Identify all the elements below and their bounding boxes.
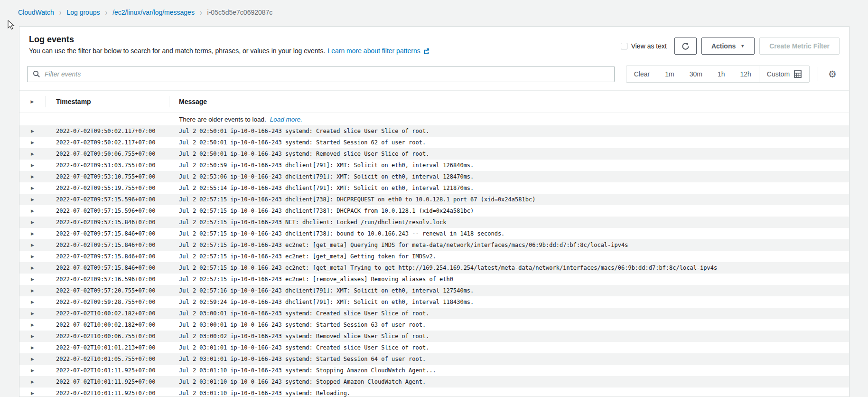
expand-row-icon[interactable]: ▶ bbox=[31, 311, 34, 316]
log-event-row[interactable]: ▶2022-07-02T09:53:10.755+07:00Jul 2 02:5… bbox=[19, 171, 849, 182]
log-event-row[interactable]: ▶2022-07-02T09:57:15.596+07:00Jul 2 02:5… bbox=[19, 205, 849, 217]
log-event-row[interactable]: ▶2022-07-02T09:59:28.755+07:00Jul 2 02:5… bbox=[19, 296, 849, 308]
time-range-1m[interactable]: 1m bbox=[657, 66, 681, 82]
event-message: Jul 2 02:53:06 ip-10-0-166-243 dhclient[… bbox=[169, 173, 849, 180]
search-icon bbox=[33, 70, 40, 78]
expand-column-icon[interactable]: ▶ bbox=[31, 99, 34, 104]
log-event-row[interactable]: ▶2022-07-02T09:50:02.117+07:00Jul 2 02:5… bbox=[19, 125, 849, 137]
expand-row-icon[interactable]: ▶ bbox=[31, 140, 34, 145]
log-event-row[interactable]: ▶2022-07-02T09:57:15.596+07:00Jul 2 02:5… bbox=[19, 194, 849, 205]
expand-row-icon[interactable]: ▶ bbox=[31, 220, 34, 225]
time-range-clear[interactable]: Clear bbox=[626, 66, 657, 82]
filter-row: Clear1m30m1h12h Custom ⚙ bbox=[27, 66, 841, 83]
expand-row-icon[interactable]: ▶ bbox=[31, 129, 34, 133]
expand-row-icon[interactable]: ▶ bbox=[31, 379, 34, 384]
event-timestamp: 2022-07-02T09:57:15.846+07:00 bbox=[46, 242, 169, 248]
actions-button[interactable]: Actions ▼ bbox=[701, 38, 755, 55]
vertical-divider bbox=[818, 67, 818, 81]
breadcrumb-item[interactable]: Log groups bbox=[66, 9, 100, 16]
log-event-row[interactable]: ▶2022-07-02T09:57:15.846+07:00Jul 2 02:5… bbox=[19, 228, 849, 239]
event-message: Jul 2 03:01:01 ip-10-0-166-243 systemd: … bbox=[169, 356, 849, 362]
event-message: Jul 2 02:57:15 ip-10-0-166-243 ec2net: [… bbox=[169, 242, 849, 248]
event-message: Jul 2 02:59:24 ip-10-0-166-243 dhclient[… bbox=[169, 299, 849, 305]
column-header-timestamp: Timestamp bbox=[46, 98, 169, 105]
time-range-1h[interactable]: 1h bbox=[710, 66, 733, 82]
expand-row-icon[interactable]: ▶ bbox=[31, 208, 34, 213]
view-as-text-label: View as text bbox=[631, 42, 667, 50]
breadcrumb-separator-icon: › bbox=[200, 8, 202, 17]
expand-row-icon[interactable]: ▶ bbox=[31, 357, 34, 361]
log-event-row[interactable]: ▶2022-07-02T09:57:15.846+07:00Jul 2 02:5… bbox=[19, 251, 849, 262]
breadcrumb-item[interactable]: /ec2/linux/var/log/messages bbox=[112, 9, 195, 16]
refresh-icon bbox=[681, 42, 690, 51]
learn-more-link[interactable]: Learn more about filter patterns bbox=[327, 47, 420, 55]
log-event-row[interactable]: ▶2022-07-02T10:01:11.925+07:00Jul 2 03:0… bbox=[19, 376, 849, 388]
load-more-row: There are older events to load. Load mor… bbox=[19, 113, 849, 125]
external-link-icon bbox=[423, 47, 430, 55]
breadcrumb-item[interactable]: CloudWatch bbox=[18, 9, 54, 16]
log-event-row[interactable]: ▶2022-07-02T10:00:02.182+07:00Jul 2 03:0… bbox=[19, 308, 849, 319]
log-event-row[interactable]: ▶2022-07-02T10:01:11.925+07:00Jul 2 03:0… bbox=[19, 365, 849, 376]
expand-row-icon[interactable]: ▶ bbox=[31, 163, 34, 168]
expand-row-icon[interactable]: ▶ bbox=[31, 174, 34, 179]
time-range-12h[interactable]: 12h bbox=[732, 66, 758, 82]
expand-row-icon[interactable]: ▶ bbox=[31, 288, 34, 293]
expand-row-icon[interactable]: ▶ bbox=[31, 197, 34, 202]
log-event-row[interactable]: ▶2022-07-02T09:57:20.755+07:00Jul 2 02:5… bbox=[19, 285, 849, 296]
log-event-row[interactable]: ▶2022-07-02T09:51:03.755+07:00Jul 2 02:5… bbox=[19, 160, 849, 171]
event-timestamp: 2022-07-02T09:57:16.596+07:00 bbox=[46, 276, 169, 283]
expand-row-icon[interactable]: ▶ bbox=[31, 334, 34, 339]
event-timestamp: 2022-07-02T09:57:15.846+07:00 bbox=[46, 230, 169, 237]
expand-row-icon[interactable]: ▶ bbox=[31, 277, 34, 282]
log-event-row[interactable]: ▶2022-07-02T09:57:15.846+07:00Jul 2 02:5… bbox=[19, 262, 849, 274]
log-event-row[interactable]: ▶2022-07-02T09:57:15.846+07:00Jul 2 02:5… bbox=[19, 239, 849, 251]
older-events-text: There are older events to load. bbox=[179, 116, 266, 123]
load-more-link[interactable]: Load more. bbox=[270, 116, 302, 123]
expand-row-icon[interactable]: ▶ bbox=[31, 300, 34, 304]
event-message: Jul 2 02:57:15 ip-10-0-166-243 dhclient[… bbox=[169, 208, 849, 214]
create-metric-filter-button[interactable]: Create Metric Filter bbox=[759, 38, 840, 55]
filter-events-input[interactable] bbox=[45, 70, 609, 78]
page-title: Log events bbox=[29, 34, 430, 45]
page-description: You can use the filter bar below to sear… bbox=[29, 47, 430, 55]
expand-row-icon[interactable]: ▶ bbox=[31, 345, 34, 350]
caret-down-icon: ▼ bbox=[740, 44, 745, 48]
expand-row-icon[interactable]: ▶ bbox=[31, 186, 34, 190]
log-event-row[interactable]: ▶2022-07-02T09:57:16.596+07:00Jul 2 02:5… bbox=[19, 274, 849, 285]
filter-events-searchbox[interactable] bbox=[27, 66, 615, 82]
log-event-row[interactable]: ▶2022-07-02T09:55:19.755+07:00Jul 2 02:5… bbox=[19, 182, 849, 194]
log-event-row[interactable]: ▶2022-07-02T09:50:06.755+07:00Jul 2 02:5… bbox=[19, 148, 849, 160]
event-message: Jul 2 03:01:10 ip-10-0-166-243 systemd: … bbox=[169, 367, 849, 374]
log-event-row[interactable]: ▶2022-07-02T10:01:05.755+07:00Jul 2 03:0… bbox=[19, 353, 849, 365]
event-timestamp: 2022-07-02T09:55:19.755+07:00 bbox=[46, 185, 169, 191]
log-event-row[interactable]: ▶2022-07-02T10:01:01.213+07:00Jul 2 03:0… bbox=[19, 342, 849, 353]
log-event-row[interactable]: ▶2022-07-02T09:50:02.117+07:00Jul 2 02:5… bbox=[19, 137, 849, 148]
settings-gear-icon[interactable]: ⚙ bbox=[826, 69, 839, 79]
view-as-text-checkbox[interactable] bbox=[621, 43, 627, 49]
expand-row-icon[interactable]: ▶ bbox=[31, 254, 34, 259]
time-range-custom[interactable]: Custom bbox=[759, 66, 809, 82]
expand-row-icon[interactable]: ▶ bbox=[31, 322, 34, 327]
log-event-row[interactable]: ▶2022-07-02T09:57:15.846+07:00Jul 2 02:5… bbox=[19, 217, 849, 228]
event-timestamp: 2022-07-02T09:50:06.755+07:00 bbox=[46, 151, 169, 157]
view-as-text-control[interactable]: View as text bbox=[621, 42, 667, 50]
event-timestamp: 2022-07-02T10:01:01.213+07:00 bbox=[46, 344, 169, 351]
log-event-row[interactable]: ▶2022-07-02T10:01:11.925+07:00Jul 2 03:0… bbox=[19, 388, 849, 397]
event-message: Jul 2 03:00:02 ip-10-0-166-243 systemd: … bbox=[169, 333, 849, 340]
expand-row-icon[interactable]: ▶ bbox=[31, 391, 34, 396]
expand-row-icon[interactable]: ▶ bbox=[31, 151, 34, 156]
refresh-button[interactable] bbox=[674, 38, 697, 55]
header-controls: View as text Actions ▼ Create Metric Fil… bbox=[621, 38, 840, 55]
expand-row-icon[interactable]: ▶ bbox=[31, 231, 34, 236]
time-range-30m[interactable]: 30m bbox=[682, 66, 710, 82]
log-event-row[interactable]: ▶2022-07-02T10:00:02.182+07:00Jul 2 03:0… bbox=[19, 319, 849, 331]
log-event-row[interactable]: ▶2022-07-02T10:00:06.755+07:00Jul 2 03:0… bbox=[19, 331, 849, 342]
event-timestamp: 2022-07-02T10:01:05.755+07:00 bbox=[46, 356, 169, 362]
expand-row-icon[interactable]: ▶ bbox=[31, 368, 34, 373]
event-timestamp: 2022-07-02T10:00:02.182+07:00 bbox=[46, 310, 169, 317]
expand-row-icon[interactable]: ▶ bbox=[31, 265, 34, 270]
column-header-message: Message bbox=[169, 98, 849, 105]
event-timestamp: 2022-07-02T09:50:02.117+07:00 bbox=[46, 128, 169, 134]
expand-row-icon[interactable]: ▶ bbox=[31, 243, 34, 247]
event-timestamp: 2022-07-02T09:53:10.755+07:00 bbox=[46, 173, 169, 180]
